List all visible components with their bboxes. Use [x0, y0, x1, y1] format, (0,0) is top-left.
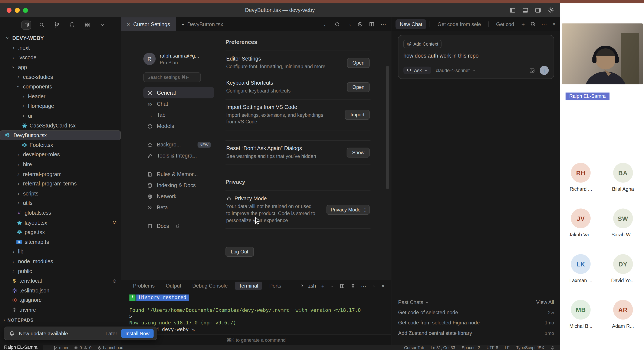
settings-nav-general[interactable]: General: [143, 87, 214, 98]
chat-input-card[interactable]: @Add Context how does auth work in this …: [398, 35, 554, 79]
tree-item[interactable]: page.tsx: [0, 227, 121, 237]
tab-terminal[interactable]: Terminal: [235, 282, 262, 290]
tab-output[interactable]: Output: [162, 282, 185, 290]
notifications-bell-icon[interactable]: [551, 346, 555, 350]
tree-item[interactable]: ›ui: [0, 111, 121, 121]
tree-item[interactable]: ›developer-roles: [0, 150, 121, 160]
tab-ports[interactable]: Ports: [266, 282, 285, 290]
participant-tile[interactable]: SW Sarah W...: [603, 208, 643, 238]
tree-item[interactable]: ›referral-program-terms: [0, 179, 121, 189]
split-editor-icon[interactable]: [369, 21, 375, 27]
later-button[interactable]: Later: [106, 330, 117, 336]
error-count[interactable]: 00: [74, 345, 92, 350]
settings-nav-docs[interactable]: Docs: [143, 220, 214, 231]
tree-item[interactable]: ›Header: [0, 92, 121, 101]
tree-item[interactable]: ›.vscode: [0, 53, 121, 63]
source-control-view-button[interactable]: [52, 21, 62, 30]
open-editor-settings-button[interactable]: Open: [347, 58, 370, 68]
tab-problems[interactable]: Problems: [129, 282, 158, 290]
indentation[interactable]: Spaces: 2: [462, 345, 480, 350]
tree-item[interactable]: ›case-studies: [0, 72, 121, 82]
encoding[interactable]: UTF-8: [486, 345, 498, 350]
past-chat-item[interactable]: Add Zustand central state library1mo: [398, 328, 554, 338]
close-window-button[interactable]: [6, 8, 12, 13]
settings-nav-rules[interactable]: Rules & Memor...: [143, 169, 214, 180]
tree-item-selected[interactable]: DevyButton.tsx: [0, 130, 121, 140]
send-button[interactable]: ↑: [540, 66, 548, 75]
tree-item[interactable]: TSsitemap.ts: [0, 237, 121, 247]
settings-gear-icon[interactable]: [548, 7, 554, 14]
extensions-view-button[interactable]: [67, 21, 77, 30]
tree-item[interactable]: .eslintrc.json: [0, 286, 121, 295]
tree-item[interactable]: CaseStudyCard.tsx: [0, 121, 121, 130]
participant-tile[interactable]: RH Richard ...: [561, 163, 600, 192]
eol[interactable]: LF: [505, 345, 510, 350]
tab-new-chat[interactable]: New Chat: [396, 19, 426, 29]
tab-get-code-1[interactable]: Get code from sele: [434, 19, 485, 29]
new-chat-icon[interactable]: +: [522, 21, 525, 27]
tree-item[interactable]: ›app: [0, 63, 121, 72]
more-actions-icon[interactable]: ···: [361, 283, 366, 288]
split-terminal-icon[interactable]: [340, 283, 345, 288]
more-actions-icon[interactable]: ···: [380, 21, 386, 27]
tree-root[interactable]: ›DEVY-WEBY: [0, 33, 121, 43]
participant-tile[interactable]: LK Laxman ...: [561, 254, 600, 283]
tab-get-code-2[interactable]: Get cod: [492, 19, 518, 29]
cursor-position[interactable]: Ln 31, Col 33: [430, 345, 455, 350]
tree-item[interactable]: layout.tsxM: [0, 218, 121, 227]
notepads-section-header[interactable]: ›NOTEPADS: [0, 315, 121, 325]
cursor-tab-status[interactable]: Cursor Tab: [404, 345, 424, 350]
logout-button[interactable]: Log Out: [226, 247, 254, 257]
tab-debug-console[interactable]: Debug Console: [189, 282, 232, 290]
participant-tile[interactable]: AR Adam R...: [603, 300, 643, 329]
attach-image-icon[interactable]: [529, 67, 535, 73]
settings-scrollbar[interactable]: [386, 66, 389, 189]
kill-terminal-icon[interactable]: [350, 283, 356, 288]
settings-nav-tools[interactable]: Tools & Integra...: [143, 150, 214, 161]
tree-item[interactable]: ›scripts: [0, 189, 121, 198]
open-keyboard-shortcuts-button[interactable]: Open: [347, 82, 370, 92]
nav-forward-icon[interactable]: →: [346, 21, 352, 27]
tab-cursor-settings[interactable]: × Cursor Settings: [121, 17, 176, 31]
shell-selector[interactable]: zsh: [301, 283, 316, 289]
tree-item[interactable]: ›components: [0, 82, 121, 92]
settings-nav-indexing[interactable]: Indexing & Docs: [143, 180, 214, 191]
close-panel-icon[interactable]: ×: [382, 283, 384, 288]
show-dialogs-button[interactable]: Show: [347, 148, 370, 158]
privacy-mode-select[interactable]: Privacy Mode ▴▾: [326, 205, 370, 214]
nav-back-icon[interactable]: ←: [323, 21, 329, 27]
participant-tile[interactable]: JV Jakub Va...: [561, 208, 600, 238]
settings-nav-tab[interactable]: →Tab: [143, 109, 214, 120]
close-chat-icon[interactable]: ×: [552, 21, 556, 27]
branch-indicator[interactable]: main: [54, 345, 68, 350]
add-context-chip[interactable]: @Add Context: [404, 40, 442, 48]
participant-tile[interactable]: BA Bilal Agha: [603, 163, 643, 192]
settings-search-input[interactable]: Search settings ⌘F: [143, 73, 201, 82]
participant-tile[interactable]: MB Michal B...: [561, 300, 600, 329]
circle-icon[interactable]: [334, 21, 340, 27]
past-chat-item[interactable]: Get code of selected node2w: [398, 307, 554, 317]
history-icon[interactable]: [530, 21, 536, 27]
maximize-window-button[interactable]: [23, 8, 28, 13]
maximize-panel-icon[interactable]: [372, 283, 376, 288]
search-view-button[interactable]: [37, 21, 46, 30]
participant-tile[interactable]: DY David Yo...: [603, 254, 643, 283]
close-tab-icon[interactable]: ×: [127, 21, 130, 27]
tree-item[interactable]: ›lib: [0, 247, 121, 257]
install-now-button[interactable]: Install Now: [122, 329, 154, 338]
tree-item[interactable]: ›utils: [0, 198, 121, 208]
chevron-down-icon[interactable]: [330, 283, 334, 288]
model-selector[interactable]: claude-4-sonnet: [436, 68, 475, 73]
tree-item[interactable]: .nvmrc: [0, 305, 121, 315]
minimize-window-button[interactable]: [15, 8, 20, 13]
settings-nav-chat[interactable]: ∞Chat: [143, 98, 214, 109]
tree-item[interactable]: ›public: [0, 266, 121, 276]
import-settings-button[interactable]: Import: [345, 110, 370, 120]
tree-item[interactable]: .gitignore: [0, 295, 121, 305]
run-icon[interactable]: [358, 21, 363, 27]
chevron-down-icon[interactable]: [425, 300, 429, 304]
tree-item[interactable]: ›.next: [0, 43, 121, 53]
remote-view-button[interactable]: [82, 21, 92, 30]
tree-item[interactable]: ›referral-program: [0, 169, 121, 179]
tree-item[interactable]: $.env.local⊘: [0, 276, 121, 286]
